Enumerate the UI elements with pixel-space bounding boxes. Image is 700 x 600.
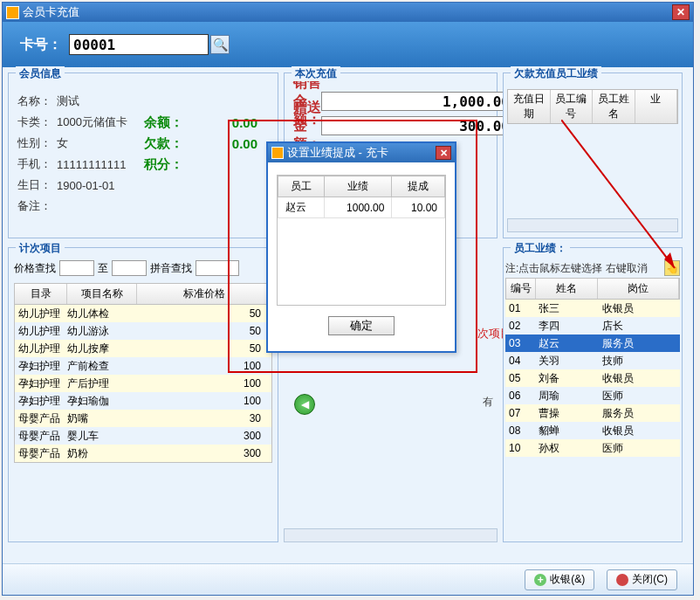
arrears-table-header: 充值日期员工编号员工姓名业 xyxy=(507,89,678,124)
emp-table-header: 编号姓名岗位 xyxy=(505,278,680,300)
mid-hscroll[interactable] xyxy=(284,528,498,542)
price-find-label: 价格查找 xyxy=(14,261,56,276)
dialog-icon xyxy=(271,147,284,159)
arrears-emp-panel: 欠款充值员工业绩 充值日期员工编号员工姓名业 xyxy=(503,72,683,238)
member-phone-value: 11111111111 xyxy=(57,158,144,171)
to-label: 至 xyxy=(98,261,108,276)
footer-bar: +收银(&) 关闭(C) xyxy=(3,563,693,595)
emp-row[interactable]: 10孙权医师 xyxy=(505,439,680,457)
emp-row[interactable]: 08貂蝉收银员 xyxy=(505,422,680,439)
card-search-bar: 卡号： 🔍 xyxy=(3,22,693,67)
has-label: 有 xyxy=(483,395,493,410)
window-title: 会员卡充值 xyxy=(23,4,672,20)
emp-perf-legend: 员工业绩： xyxy=(511,241,570,256)
count-col: 项目名称 xyxy=(67,284,137,304)
balance-label: 余额： xyxy=(144,114,188,131)
close-label: 关闭(C) xyxy=(632,572,668,587)
plus-icon: + xyxy=(534,574,546,586)
member-gender-value: 女 xyxy=(57,135,144,151)
commission-dialog: 设置业绩提成 - 充卡 ✕ 员工业绩提成 赵云1000.0010.00 确定 xyxy=(266,141,456,353)
member-name-label: 名称： xyxy=(17,93,57,109)
count-table-header: 目录项目名称标准价格 xyxy=(14,283,272,305)
close-icon[interactable]: ✕ xyxy=(672,4,690,20)
arrears-col: 业 xyxy=(635,90,678,123)
emp-row[interactable]: 02李四店长 xyxy=(505,317,680,334)
close-button[interactable]: 关闭(C) xyxy=(607,569,677,590)
member-name-value: 测试 xyxy=(57,93,144,109)
recharge-legend: 本次充值 xyxy=(292,66,340,81)
checkout-button[interactable]: +收银(&) xyxy=(525,569,594,590)
emp-note-text: 注:点击鼠标左键选择 右键取消 xyxy=(505,261,648,276)
dialog-col: 员工 xyxy=(278,176,325,197)
dialog-close-icon[interactable]: ✕ xyxy=(436,146,451,160)
ok-button[interactable]: 确定 xyxy=(328,316,395,335)
dialog-titlebar: 设置业绩提成 - 充卡 ✕ xyxy=(268,143,455,162)
sale-amount-input[interactable] xyxy=(321,92,516,111)
count-items-panel: 计次项目 价格查找 至 拼音查找 目录项目名称标准价格 幼儿护理幼儿体检50幼儿… xyxy=(8,247,278,542)
points-label: 积分： xyxy=(144,156,188,173)
count-col: 标准价格 xyxy=(137,284,271,304)
dialog-title: 设置业绩提成 - 充卡 xyxy=(287,145,436,161)
count-row[interactable]: 母婴产品婴儿车300 xyxy=(15,427,271,445)
checkout-label: 收银(&) xyxy=(550,572,585,587)
member-type-value: 1000元储值卡 xyxy=(57,114,144,130)
arrears-label: 欠款： xyxy=(144,135,188,152)
member-remark-label: 备注： xyxy=(17,198,57,214)
arrears-col: 员工姓名 xyxy=(593,90,635,123)
member-type-label: 卡类： xyxy=(17,114,57,130)
count-row[interactable]: 幼儿护理幼儿游泳50 xyxy=(15,322,271,340)
price-from-input[interactable] xyxy=(59,260,94,276)
pin-icon[interactable]: 👆 xyxy=(664,260,680,276)
card-input[interactable] xyxy=(69,34,209,55)
search-button[interactable]: 🔍 xyxy=(210,35,230,54)
price-to-input[interactable] xyxy=(112,260,147,276)
emp-col: 编号 xyxy=(506,279,536,299)
pinyin-find-label: 拼音查找 xyxy=(150,261,192,276)
count-row[interactable]: 孕妇护理孕妇瑜伽100 xyxy=(15,392,271,410)
emp-row[interactable]: 07曹操服务员 xyxy=(505,404,680,422)
balance-value: 0.00 xyxy=(188,115,257,130)
count-row[interactable]: 幼儿护理幼儿按摩50 xyxy=(15,340,271,357)
titlebar: 会员卡充值 ✕ xyxy=(3,3,693,22)
count-row[interactable]: 幼儿护理幼儿体检50 xyxy=(15,305,271,322)
emp-row[interactable]: 03赵云服务员 xyxy=(505,334,680,352)
count-row[interactable]: 母婴产品奶嘴30 xyxy=(15,410,271,427)
count-row[interactable]: 孕妇护理产前检查100 xyxy=(15,357,271,375)
emp-row[interactable]: 01张三收银员 xyxy=(505,300,680,317)
arrears-emp-legend: 欠款充值员工业绩 xyxy=(511,66,601,81)
window-icon xyxy=(6,6,19,19)
count-col: 目录 xyxy=(15,284,67,304)
emp-row[interactable]: 05刘备收银员 xyxy=(505,369,680,387)
count-row[interactable]: 孕妇护理产后护理100 xyxy=(15,375,271,392)
bonus-amount-input[interactable] xyxy=(321,116,516,135)
emp-col: 岗位 xyxy=(598,279,679,299)
count-table-body: 幼儿护理幼儿体检50幼儿护理幼儿游泳50幼儿护理幼儿按摩50孕妇护理产前检查10… xyxy=(14,305,272,463)
arrears-col: 员工编号 xyxy=(551,90,594,123)
dialog-col: 业绩 xyxy=(324,176,392,197)
commission-table: 员工业绩提成 赵云1000.0010.00 xyxy=(278,176,445,218)
emp-table-body: 01张三收银员02李四店长03赵云服务员04关羽技师05刘备收银员06周瑜医师0… xyxy=(505,300,680,457)
member-info-panel: 会员信息 名称：测试 卡类：1000元储值卡 余额：0.00 性别：女 欠款：0… xyxy=(8,72,278,238)
move-left-button[interactable]: ◀ xyxy=(294,394,315,415)
arrears-hscroll[interactable] xyxy=(507,218,678,232)
member-phone-label: 手机： xyxy=(17,156,57,172)
emp-perf-panel: 员工业绩： 注:点击鼠标左键选择 右键取消👆 编号姓名岗位 01张三收银员02李… xyxy=(503,247,683,542)
pinyin-input[interactable] xyxy=(196,260,239,276)
emp-col: 姓名 xyxy=(536,279,598,299)
emp-row[interactable]: 04关羽技师 xyxy=(505,352,680,369)
close-dot-icon xyxy=(616,574,628,586)
search-icon: 🔍 xyxy=(213,38,228,52)
member-gender-label: 性别： xyxy=(17,135,57,151)
card-label: 卡号： xyxy=(20,36,62,54)
member-info-legend: 会员信息 xyxy=(16,66,65,81)
emp-row[interactable]: 06周瑜医师 xyxy=(505,387,680,404)
member-birth-label: 生日： xyxy=(17,177,57,193)
arrears-col: 充值日期 xyxy=(508,90,551,123)
dialog-col: 提成 xyxy=(392,176,445,197)
dialog-row[interactable]: 赵云1000.0010.00 xyxy=(278,197,445,218)
count-items-legend: 计次项目 xyxy=(16,241,65,256)
count-row[interactable]: 母婴产品奶粉300 xyxy=(15,445,271,462)
arrears-value: 0.00 xyxy=(188,136,257,151)
member-birth-value: 1900-01-01 xyxy=(57,179,144,192)
